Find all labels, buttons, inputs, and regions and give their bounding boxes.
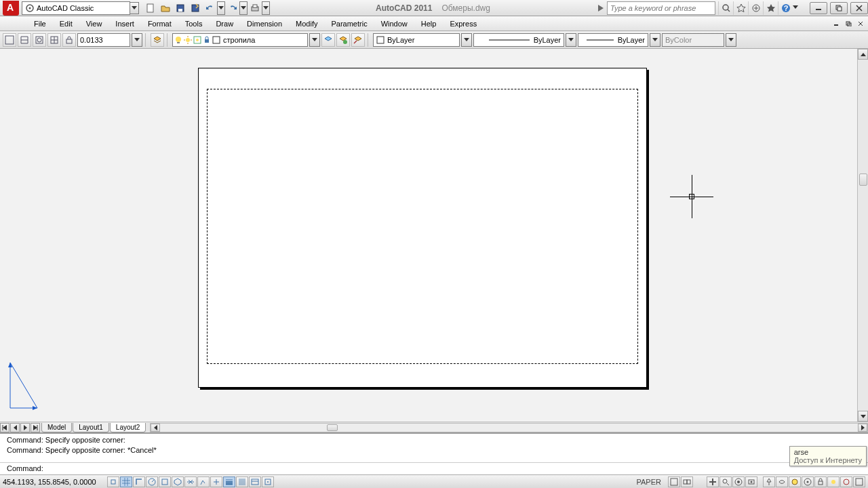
- viewport-scale-dropdown[interactable]: [132, 33, 142, 47]
- menu-view[interactable]: View: [79, 18, 109, 30]
- isolate-icon[interactable]: [840, 476, 852, 487]
- open-icon[interactable]: [159, 1, 172, 15]
- dyn-toggle[interactable]: [210, 476, 222, 487]
- showmotion-icon[interactable]: [745, 476, 757, 487]
- viewport-convert-icon[interactable]: [33, 33, 46, 47]
- space-indicator[interactable]: PAPER: [633, 478, 665, 486]
- tab-last-button[interactable]: [31, 423, 40, 432]
- polar-toggle[interactable]: [146, 476, 158, 487]
- mdi-minimize-button[interactable]: [831, 19, 842, 28]
- workspace-dropdown-arrow[interactable]: [130, 2, 139, 14]
- subscription-icon[interactable]: [733, 1, 748, 15]
- pan-icon[interactable]: [707, 476, 719, 487]
- lineweight-selector[interactable]: ByLayer: [578, 33, 648, 47]
- save-icon[interactable]: [174, 1, 187, 15]
- tab-layout2[interactable]: Layout2: [110, 423, 146, 432]
- redo-dropdown[interactable]: [239, 1, 248, 15]
- viewport-1-icon[interactable]: [3, 33, 16, 47]
- osnap3d-toggle[interactable]: [172, 476, 184, 487]
- osnap-toggle[interactable]: [159, 476, 171, 487]
- layer-selector[interactable]: стропила: [172, 33, 308, 47]
- layer-iso-icon[interactable]: [351, 33, 365, 47]
- new-icon[interactable]: [144, 1, 157, 15]
- exchange-icon[interactable]: [748, 1, 763, 15]
- maximize-button[interactable]: [830, 2, 848, 14]
- ws-switch-icon[interactable]: [802, 476, 814, 487]
- menu-format[interactable]: Format: [141, 18, 178, 30]
- command-line[interactable]: Command:: [0, 462, 868, 474]
- redo-icon[interactable]: [226, 1, 239, 15]
- linetype-selector[interactable]: ByLayer: [473, 33, 564, 47]
- ducs-toggle[interactable]: [197, 476, 210, 487]
- zoom-icon[interactable]: [719, 476, 732, 487]
- annoscale-icon[interactable]: [763, 476, 775, 487]
- mdi-restore-button[interactable]: [844, 19, 854, 28]
- menu-window[interactable]: Window: [374, 18, 414, 30]
- tab-model[interactable]: Model: [41, 423, 72, 432]
- menu-tools[interactable]: Tools: [178, 18, 210, 30]
- qv-layouts-icon[interactable]: [681, 476, 693, 487]
- hardware-accel-icon[interactable]: [827, 476, 840, 487]
- coordinates-readout[interactable]: 454.1193, 155.8545, 0.0000: [3, 478, 104, 486]
- saveas-icon[interactable]: [189, 1, 202, 15]
- viewport-poly-icon[interactable]: [18, 33, 31, 47]
- menu-express[interactable]: Express: [443, 18, 484, 30]
- model-paper-toggle[interactable]: [668, 476, 680, 487]
- help-icon[interactable]: ?: [778, 1, 793, 15]
- scroll-up-button[interactable]: [858, 49, 868, 60]
- plotstyle-dropdown[interactable]: [726, 33, 736, 47]
- transparency-toggle[interactable]: [236, 476, 248, 487]
- app-logo-icon[interactable]: [3, 1, 19, 16]
- annoauto-icon[interactable]: [789, 476, 801, 487]
- plot-icon[interactable]: [248, 1, 262, 15]
- minimize-button[interactable]: [810, 2, 827, 14]
- menu-help[interactable]: Help: [414, 18, 443, 30]
- viewport-scale-input[interactable]: 0.0133: [77, 33, 130, 47]
- viewport-clip-icon[interactable]: [47, 33, 61, 47]
- menu-insert[interactable]: Insert: [108, 18, 141, 30]
- sc-toggle[interactable]: [262, 476, 274, 487]
- vscroll-thumb[interactable]: [859, 174, 867, 186]
- menu-edit[interactable]: Edit: [53, 18, 79, 30]
- lwt-toggle[interactable]: [223, 476, 235, 487]
- menu-file[interactable]: File: [27, 18, 53, 30]
- qat-custom-dropdown[interactable]: [262, 1, 270, 15]
- color-selector[interactable]: ByLayer: [373, 33, 460, 47]
- hscroll-thumb[interactable]: [327, 424, 338, 431]
- plotstyle-selector[interactable]: ByColor: [662, 33, 724, 47]
- menu-modify[interactable]: Modify: [289, 18, 324, 30]
- search-input[interactable]: [607, 1, 715, 15]
- tab-prev-button[interactable]: [10, 423, 20, 432]
- drawing-area[interactable]: [0, 49, 868, 422]
- clean-screen-icon[interactable]: [853, 476, 865, 487]
- lineweight-dropdown[interactable]: [650, 33, 660, 47]
- mdi-close-button[interactable]: [856, 19, 867, 28]
- toolbar-lock-icon[interactable]: [814, 476, 827, 487]
- steering-wheel-icon[interactable]: [732, 476, 745, 487]
- menu-dimension[interactable]: Dimension: [240, 18, 289, 30]
- close-button[interactable]: [850, 2, 868, 14]
- vertical-scrollbar[interactable]: [857, 49, 868, 422]
- snap-toggle[interactable]: [107, 476, 119, 487]
- grid-toggle[interactable]: [120, 476, 132, 487]
- search-icon[interactable]: [718, 1, 733, 15]
- linetype-dropdown[interactable]: [566, 33, 576, 47]
- menu-parametric[interactable]: Parametric: [324, 18, 374, 30]
- undo-dropdown[interactable]: [217, 1, 225, 15]
- ortho-toggle[interactable]: [133, 476, 145, 487]
- color-dropdown[interactable]: [461, 33, 472, 47]
- search-go-icon[interactable]: [596, 3, 606, 13]
- qp-toggle[interactable]: [249, 476, 261, 487]
- menu-draw[interactable]: Draw: [209, 18, 240, 30]
- layer-manager-icon[interactable]: [151, 33, 164, 47]
- tab-first-button[interactable]: [0, 423, 9, 432]
- hscroll-left-button[interactable]: [151, 424, 160, 432]
- layer-dropdown[interactable]: [309, 33, 320, 47]
- undo-icon[interactable]: [203, 1, 217, 15]
- help-dropdown[interactable]: [792, 1, 799, 14]
- scroll-down-button[interactable]: [858, 411, 868, 422]
- otrack-toggle[interactable]: [184, 476, 197, 487]
- hscroll-right-button[interactable]: [858, 424, 867, 432]
- viewport-lock-icon[interactable]: [62, 33, 76, 47]
- horizontal-scrollbar[interactable]: [150, 423, 868, 432]
